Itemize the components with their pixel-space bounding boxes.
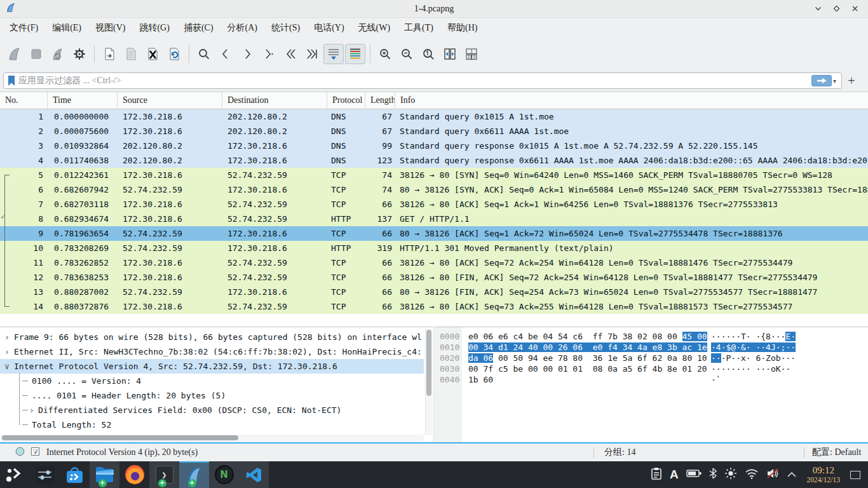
file-manager-button[interactable]: + (90, 461, 119, 488)
hex-row-0010[interactable]: 001000 34 d1 24 40 00 26 06 e0 f4 34 4a … (435, 342, 868, 353)
packet-row-13[interactable]: 130.88028700252.74.232.59172.30.218.6TCP… (0, 285, 868, 299)
column-header-no[interactable]: No. (0, 92, 48, 109)
details-vertical-scrollbar[interactable] (425, 329, 432, 435)
hex-row-0020[interactable]: 0020da 06 00 50 94 ee 78 80 36 1e 5a 6f … (435, 353, 868, 363)
restart-capture-icon[interactable] (48, 44, 68, 64)
expander-open-icon[interactable]: ∨ (4, 359, 13, 374)
detail-line-3[interactable]: 0100 .... = Version: 4 (0, 374, 424, 388)
column-header-source[interactable]: Source (118, 92, 222, 109)
column-header-time[interactable]: Time (48, 92, 118, 109)
menu-go[interactable]: 跳转(G) (132, 19, 176, 37)
expander-closed-icon[interactable]: › (4, 344, 13, 359)
hex-row-0000[interactable]: 0000e0 06 e6 c4 be 04 54 c6 ff 7b 38 02 … (435, 331, 868, 342)
bluetooth-icon[interactable] (709, 468, 717, 482)
firefox-button[interactable] (119, 461, 149, 488)
menu-capture[interactable]: 捕获(C) (177, 19, 220, 37)
maximize-button[interactable] (832, 4, 841, 13)
column-header-info[interactable]: Info (395, 92, 868, 109)
hex-bytes[interactable]: da 06 00 50 94 ee 78 80 36 1e 5a 6f 62 0… (462, 353, 702, 363)
column-header-length[interactable]: Length (365, 92, 395, 109)
input-method-icon[interactable]: A (670, 468, 679, 482)
packet-row-10[interactable]: 100.78320826952.74.232.59172.30.218.6HTT… (0, 241, 868, 255)
apply-filter-button[interactable] (811, 75, 832, 86)
find-packet-icon[interactable] (194, 44, 214, 64)
application-launcher-button[interactable] (0, 461, 30, 488)
detail-line-1[interactable]: ›Ethernet II, Src: NewH3CTechno_7b:38:02… (0, 344, 424, 359)
close-file-icon[interactable] (142, 44, 163, 64)
menu-analyze[interactable]: 分析(A) (220, 19, 264, 37)
go-forward-icon[interactable] (237, 44, 257, 64)
hex-bytes[interactable]: 00 34 d1 24 40 00 26 06 e0 f4 34 4a e8 3… (462, 342, 702, 353)
column-header-protocol[interactable]: Protocol (327, 92, 365, 109)
minimize-button[interactable] (814, 4, 822, 13)
packet-row-8[interactable]: 80.682934674172.30.218.652.74.232.59HTTP… (0, 212, 868, 226)
packet-row-5[interactable]: 50.012242361172.30.218.652.74.232.59TCP7… (0, 168, 868, 182)
battery-icon[interactable] (686, 469, 702, 480)
capture-comment-icon[interactable] (31, 447, 40, 459)
neovim-button[interactable]: N (209, 461, 239, 488)
stop-capture-icon[interactable] (26, 44, 46, 64)
resize-columns-icon[interactable] (440, 44, 460, 64)
menu-telephony[interactable]: 电话(Y) (307, 19, 351, 37)
menu-statistics[interactable]: 统计(S) (264, 19, 307, 37)
auto-scroll-toggle-icon[interactable] (323, 44, 344, 64)
capture-options-icon[interactable] (69, 44, 90, 64)
packet-row-7[interactable]: 70.682703118172.30.218.652.74.232.59TCP6… (0, 197, 868, 212)
menu-view[interactable]: 视图(V) (88, 19, 132, 37)
packet-row-6[interactable]: 60.68260794252.74.232.59172.30.218.6TCP7… (0, 182, 868, 197)
hex-bytes[interactable]: 1b 60 (462, 374, 702, 385)
ascii-bytes[interactable]: ········ ···oK·· (702, 363, 790, 374)
go-last-icon[interactable] (302, 44, 322, 64)
open-file-icon[interactable] (99, 44, 119, 64)
profile-selector[interactable]: 配置: Default (804, 447, 868, 458)
ascii-bytes[interactable]: ···P··x· 6·Zob··· (702, 353, 796, 363)
packet-row-2[interactable]: 20.000075600172.30.218.6202.120.80.2DNS6… (0, 124, 868, 139)
menu-wireless[interactable]: 无线(W) (351, 19, 398, 37)
menu-help[interactable]: 帮助(H) (440, 19, 484, 37)
detail-line-5[interactable]: ›Differentiated Services Field: 0x00 (DS… (0, 403, 424, 417)
packet-row-14[interactable]: 140.880372876172.30.218.652.74.232.59TCP… (0, 299, 868, 314)
detail-line-6[interactable]: Total Length: 52 (0, 417, 424, 432)
menu-edit[interactable]: 编辑(E) (45, 19, 88, 37)
display-filter-input[interactable] (16, 76, 811, 86)
scrollbar-thumb[interactable] (2, 435, 238, 440)
clock[interactable]: 09:12 2024/12/13 (804, 466, 843, 484)
go-back-icon[interactable] (215, 44, 236, 64)
details-horizontal-scrollbar[interactable] (1, 435, 424, 441)
packet-row-12[interactable]: 120.783638253172.30.218.652.74.232.59TCP… (0, 270, 868, 285)
menu-tools[interactable]: 工具(T) (397, 19, 440, 37)
packet-row-9[interactable]: 90.78196365452.74.232.59172.30.218.6TCP6… (0, 226, 868, 241)
reload-file-icon[interactable] (164, 44, 184, 64)
start-capture-icon[interactable] (4, 44, 25, 64)
show-desktop-button[interactable] (850, 471, 860, 479)
hex-bytes[interactable]: 00 7f c5 be 00 00 01 01 08 0a a5 6f 4b 8… (462, 363, 702, 374)
wireshark-button[interactable]: + (179, 461, 209, 488)
expander-closed-icon[interactable]: › (4, 330, 13, 344)
colorize-toggle-icon[interactable] (345, 44, 365, 64)
ascii-bytes[interactable]: ·` (702, 374, 721, 385)
filter-bookmark-icon[interactable] (7, 75, 16, 86)
vscode-button[interactable] (239, 461, 269, 488)
clipboard-icon[interactable] (651, 467, 662, 482)
packet-row-1[interactable]: 10.000000000172.30.218.6202.120.80.2DNS6… (0, 109, 868, 124)
hex-bytes[interactable]: e0 06 e6 c4 be 04 54 c6 ff 7b 38 02 08 0… (462, 331, 702, 342)
scrollbar-thumb[interactable] (426, 330, 431, 396)
system-settings-button[interactable] (30, 461, 60, 488)
expand-arrow-icon[interactable] (787, 469, 797, 480)
packet-row-11[interactable]: 110.783262852172.30.218.652.74.232.59TCP… (0, 255, 868, 270)
brightness-icon[interactable] (724, 467, 737, 482)
packet-row-4[interactable]: 40.011740638202.120.80.2172.30.218.6DNS1… (0, 153, 868, 168)
expander-closed-icon[interactable]: › (29, 403, 38, 417)
detail-line-2[interactable]: ∨Internet Protocol Version 4, Src: 52.74… (0, 359, 424, 374)
zoom-in-icon[interactable] (375, 44, 395, 64)
save-file-icon[interactable] (121, 44, 141, 64)
ascii-bytes[interactable]: ······T· ·{8···E· (702, 331, 796, 342)
numbered-columns-icon[interactable]: 123 (461, 44, 482, 64)
packet-row-3[interactable]: 30.010932864202.120.80.2172.30.218.6DNS9… (0, 139, 868, 153)
close-button[interactable] (851, 4, 859, 13)
hex-row-0040[interactable]: 00401b 60·` (435, 374, 868, 385)
ascii-bytes[interactable]: ·4·$@·&· ··4J·;·· (702, 342, 796, 353)
wifi-icon[interactable] (745, 468, 759, 482)
expert-info-icon[interactable] (15, 447, 25, 459)
discover-button[interactable] (60, 461, 90, 488)
